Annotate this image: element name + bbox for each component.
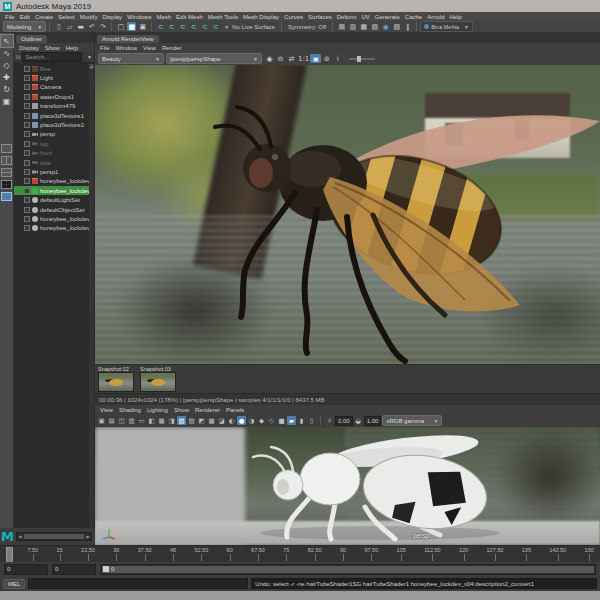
outliner-item[interactable]: place3dTexture1 [14,111,94,120]
film-gate-icon[interactable]: ▤ [107,416,116,425]
viewport-menu-item[interactable]: Panels [226,407,244,413]
multisample-icon[interactable]: ● [237,416,246,425]
outliner-item[interactable]: persp [14,130,94,139]
shaded-icon[interactable]: ▧ [177,416,186,425]
outliner-menu-item[interactable]: Display [19,45,39,51]
menu-item[interactable]: Help [449,14,461,20]
outliner-item[interactable]: persp1 [14,167,94,176]
viewport-menu-item[interactable]: Renderer [195,407,220,413]
viewport-menu-item[interactable]: Lighting [147,407,168,413]
lasso-tool-icon[interactable]: ∿ [1,47,13,59]
move-tool-icon[interactable]: ✚ [1,71,13,83]
render-image[interactable] [95,65,600,364]
expand-toggle-icon[interactable] [24,103,30,109]
menu-item[interactable]: Deform [337,14,357,20]
zoom-1-1-icon[interactable]: 1:1 [297,54,310,63]
snap-view-plane-icon[interactable]: ⊂ [200,22,209,31]
update-full-scene-icon[interactable]: ⇄ [286,54,297,63]
snapshot-02[interactable]: Snapshot 02 [98,366,136,392]
view-transform-selector[interactable]: sRGB gamma▼ [382,415,442,426]
outliner-item[interactable]: Light [14,73,94,82]
expand-toggle-icon[interactable] [24,122,30,128]
exposure-field[interactable]: 0.00 [335,416,353,426]
outliner-item[interactable]: defaultObjectSet [14,205,94,214]
xray-icon[interactable]: ◇ [267,416,276,425]
joints-icon[interactable]: ■ [277,416,286,425]
outliner-item[interactable]: honeybee_lockdev_v04r [14,214,94,223]
menu-item[interactable]: Mesh [156,14,171,20]
expand-toggle-icon[interactable] [24,113,30,119]
debug-shading-slider[interactable] [349,58,375,60]
depth-of-field-icon[interactable]: ◑ [247,416,256,425]
menu-item[interactable]: Surfaces [308,14,332,20]
menu-item[interactable]: Display [102,14,122,20]
range-handle[interactable] [103,566,109,572]
mel-command-input[interactable] [28,578,248,589]
symmetry-selector[interactable]: Symmetry: Off [288,24,326,30]
shadows-icon[interactable]: ▩ [207,416,216,425]
isolate-select-icon[interactable]: ▣ [97,416,106,425]
layout-single-pane-button[interactable] [1,144,12,153]
current-time-marker[interactable] [6,547,13,563]
resolution-gate-icon[interactable]: ◫ [117,416,126,425]
info-icon[interactable]: i [332,54,343,63]
scroll-right-icon[interactable]: ▶ [85,534,91,539]
outliner-menu-item[interactable]: Show [45,45,60,51]
expand-toggle-icon[interactable] [24,84,30,90]
select-hierarchy-icon[interactable]: □ [116,22,125,31]
menu-item[interactable]: UV [361,14,369,20]
snapshot-03[interactable]: Snapshot 03 [140,366,178,392]
expand-toggle-icon[interactable] [24,160,30,166]
plugin-shading-icon[interactable]: ▮ [297,416,306,425]
menu-item[interactable]: Edit [20,14,30,20]
isolate-icon[interactable]: ◆ [257,416,266,425]
make-live-icon[interactable]: ⊂ [211,22,220,31]
menu-item[interactable]: Mesh Tools [208,14,238,20]
expand-toggle-icon[interactable] [24,94,30,100]
menu-item[interactable]: Select [58,14,75,20]
scroll-up-icon[interactable]: ▲ [89,64,94,69]
expand-toggle-icon[interactable] [24,141,30,147]
gamma-field[interactable]: 1.00 [364,416,382,426]
renderview-menu-item[interactable]: Window [116,45,137,51]
open-scene-icon[interactable]: ▱ [65,22,74,31]
stop-render-icon[interactable]: ⊖ [275,54,286,63]
expand-toggle-icon[interactable] [24,150,30,156]
renderview-menu-item[interactable]: View [143,45,156,51]
menu-item[interactable]: Cache [405,14,422,20]
scroll-left-icon[interactable]: ◀ [17,534,23,539]
snapshot-icon[interactable]: ▣ [310,54,321,63]
arnold-renderview-icon[interactable]: ◉ [381,22,390,31]
render-sequence-icon[interactable]: ▧ [370,22,379,31]
menu-item[interactable]: File [5,14,15,20]
menu-item[interactable]: Curves [284,14,303,20]
ambient-occlusion-icon[interactable]: ◪ [217,416,226,425]
outliner-menu-item[interactable]: Help [66,45,78,51]
menu-item[interactable]: Create [35,14,53,20]
menu-item[interactable]: Modify [80,14,98,20]
renderview-menu-item[interactable]: File [100,45,110,51]
outliner-item[interactable]: Bee [14,64,94,73]
field-chart-icon[interactable]: ▭ [137,416,146,425]
rotate-tool-icon[interactable]: ↻ [1,83,13,95]
playback-start-field[interactable]: 0 [4,564,48,575]
layout-four-pane-button[interactable] [1,180,12,189]
account-button[interactable]: Bina Mehta ▼ [420,21,473,32]
animation-start-field[interactable]: 0 [52,564,96,575]
paint-select-tool-icon[interactable]: ◇ [1,59,13,71]
use-all-lights-icon[interactable]: ◩ [197,416,206,425]
time-slider[interactable]: 07.501522.503037.504552.506067.507582.50… [0,545,600,562]
outliner-item[interactable]: top [14,139,94,148]
wireframe-icon[interactable]: ◨ [167,416,176,425]
expand-toggle-icon[interactable] [24,66,30,72]
viewport-menu-item[interactable]: View [100,407,113,413]
outliner-item[interactable]: front [14,149,94,158]
outliner-item[interactable]: place3dTexture2 [14,120,94,129]
no-live-surface-label[interactable]: No Live Surface [232,24,275,30]
viewport-canvas[interactable]: persp [95,427,600,545]
expand-toggle-icon[interactable] [24,225,30,231]
layout-outliner-persp-button[interactable] [1,192,12,201]
viewport-menu-item[interactable]: Shading [119,407,141,413]
outliner-item[interactable]: transform479 [14,102,94,111]
undo-icon[interactable]: ↶ [87,22,96,31]
